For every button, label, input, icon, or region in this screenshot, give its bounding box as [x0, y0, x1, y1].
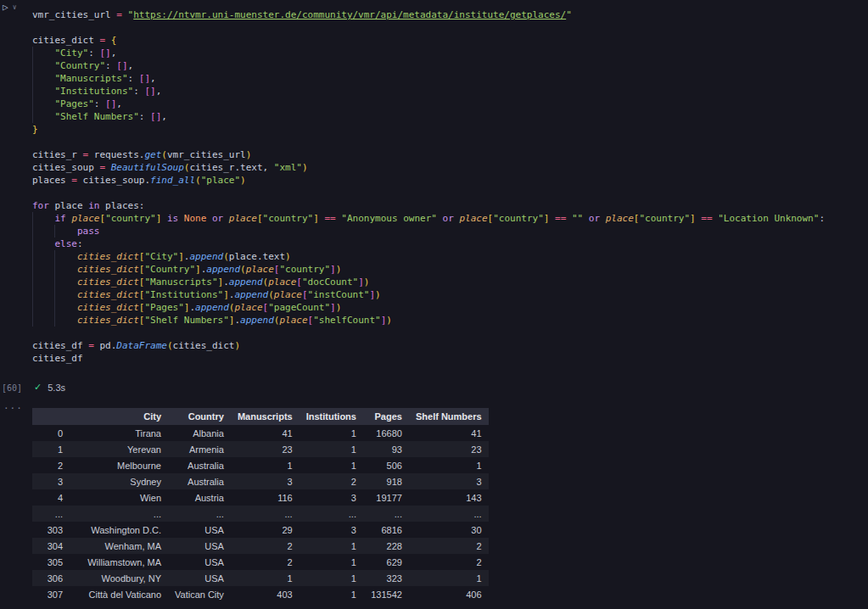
row-index: 304	[32, 538, 70, 554]
table-row: 304Wenham, MAUSA212282	[32, 538, 489, 554]
table-cell: 403	[231, 586, 300, 602]
column-header: Shelf Numbers	[409, 408, 489, 425]
indent-guide	[32, 276, 33, 288]
code-line: cities_dict["Shelf Numbers"].append(plac…	[32, 314, 825, 327]
table-header-row: CityCountryManuscriptsInstitutionsPagesS…	[32, 408, 489, 425]
table-cell: Armenia	[168, 441, 231, 457]
code-line: places = cities_soup.find_all("place")	[32, 174, 825, 187]
code-line: "Institutions": [],	[32, 85, 825, 98]
table-cell: ...	[409, 506, 489, 522]
indent-guide	[32, 98, 33, 110]
indent-guide	[32, 237, 33, 250]
execution-count: [60]	[2, 383, 22, 393]
table-cell: ...	[363, 506, 409, 522]
table-cell: Wien	[70, 489, 168, 506]
indent-guide	[32, 47, 33, 59]
table-cell: USA	[168, 570, 231, 586]
execution-status: ✓ 5.3s	[34, 382, 65, 393]
table-cell: 228	[363, 538, 409, 554]
code-line: cities_dict["Country"].append(place["cou…	[32, 263, 825, 276]
row-index: 306	[32, 570, 70, 586]
table-cell: Williamstown, MA	[70, 554, 168, 570]
table-row: 305Williamstown, MAUSA216292	[32, 554, 489, 570]
code-line: "Pages": [],	[32, 98, 825, 110]
table-cell: Washington D.C.	[70, 522, 168, 538]
table-cell: 2	[409, 538, 489, 554]
dataframe-table: CityCountryManuscriptsInstitutionsPagesS…	[32, 408, 489, 602]
output-overflow-icon: ...	[3, 400, 23, 411]
table-cell: 2	[231, 554, 300, 570]
row-index: 0	[32, 425, 70, 441]
cell-toolbar: ▷ ∨	[3, 2, 16, 13]
code-line: cities_dict["City"].append(place.text)	[32, 250, 825, 263]
table-cell: ...	[231, 506, 300, 522]
table-cell: 3	[231, 473, 300, 489]
indent-guide	[54, 263, 55, 276]
indent-guide	[32, 288, 33, 301]
code-line: }	[32, 123, 825, 136]
table-cell: 93	[363, 441, 409, 457]
table-row: 307Città del VaticanoVatican City4031131…	[32, 586, 489, 602]
table-cell: 6816	[363, 522, 409, 538]
table-cell: 1	[409, 457, 489, 473]
indent-guide	[32, 250, 33, 263]
table-cell: 131542	[363, 586, 409, 602]
table-row: 0TiranaAlbania4111668041	[32, 425, 489, 441]
code-line: "Country": [],	[32, 59, 825, 72]
indent-guide	[54, 250, 55, 263]
table-cell: Città del Vaticano	[70, 586, 168, 602]
indent-guide	[54, 288, 55, 301]
notebook-cell: ▷ ∨ vmr_cities_url = "https://ntvmr.uni-…	[0, 0, 868, 609]
table-cell: 1	[300, 586, 363, 602]
chevron-down-icon[interactable]: ∨	[13, 3, 17, 11]
table-row: 3SydneyAustralia329183	[32, 473, 489, 489]
table-row: 4WienAustria116319177143	[32, 489, 489, 506]
row-index: 4	[32, 489, 70, 506]
code-line: cities_dict["Manuscripts"].append(place[…	[32, 276, 825, 288]
table-cell: Vatican City	[168, 586, 231, 602]
table-cell: Yerevan	[70, 441, 168, 457]
table-cell: USA	[168, 538, 231, 554]
table-cell: Melbourne	[70, 457, 168, 473]
column-header	[32, 408, 70, 425]
table-cell: Australia	[168, 457, 231, 473]
code-line: cities_df	[32, 352, 825, 365]
table-row: .....................	[32, 506, 489, 522]
table-cell: ...	[70, 506, 168, 522]
table-cell: 1	[300, 441, 363, 457]
table-cell: 1	[300, 554, 363, 570]
code-line: "City": [],	[32, 47, 825, 59]
table-row: 303Washington D.C.USA293681630	[32, 522, 489, 538]
column-header: Country	[168, 408, 231, 425]
table-cell: 918	[363, 473, 409, 489]
table-row: 306Woodbury, NYUSA113231	[32, 570, 489, 586]
table-cell: USA	[168, 522, 231, 538]
code-line: cities_df = pd.DataFrame(cities_dict)	[32, 339, 825, 352]
indent-guide	[32, 110, 33, 123]
table-cell: 41	[231, 425, 300, 441]
table-cell: 1	[300, 538, 363, 554]
table-cell: 1	[409, 570, 489, 586]
execution-time: 5.3s	[48, 383, 65, 393]
table-cell: Tirana	[70, 425, 168, 441]
table-cell: Wenham, MA	[70, 538, 168, 554]
success-check-icon: ✓	[34, 382, 42, 393]
table-cell: 1	[300, 425, 363, 441]
table-cell: 41	[409, 425, 489, 441]
row-index: 1	[32, 441, 70, 457]
indent-guide	[54, 314, 55, 327]
code-editor[interactable]: vmr_cities_url = "https://ntvmr.uni-muen…	[32, 8, 825, 365]
code-line: if place["country"] is None or place["co…	[32, 212, 825, 225]
row-index: 305	[32, 554, 70, 570]
indent-guide	[54, 276, 55, 288]
indent-guide	[32, 301, 33, 314]
code-line: cities_dict = {	[32, 34, 825, 47]
table-row: 1YerevanArmenia2319323	[32, 441, 489, 457]
run-cell-icon[interactable]: ▷	[3, 2, 8, 13]
table-cell: 3	[300, 522, 363, 538]
table-cell: 3	[300, 489, 363, 506]
table-cell: ...	[168, 506, 231, 522]
indent-guide	[32, 85, 33, 98]
indent-guide	[32, 59, 33, 72]
table-cell: 2	[300, 473, 363, 489]
